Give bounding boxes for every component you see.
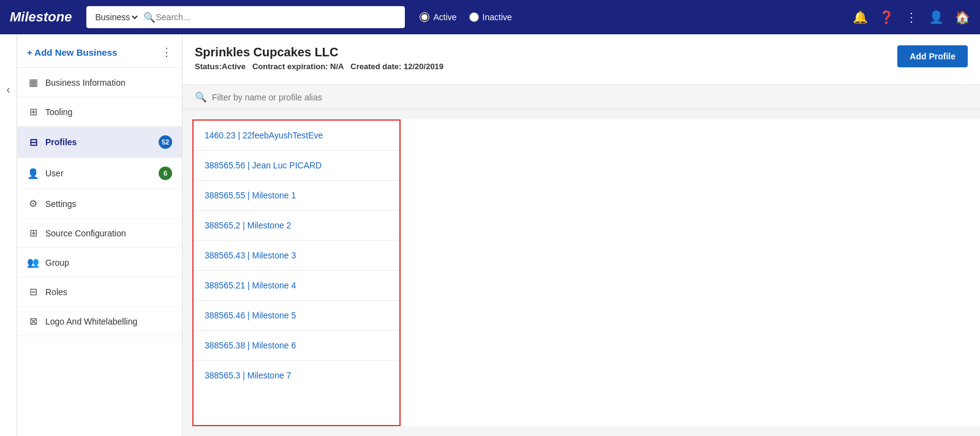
- sidebar-item-business-info[interactable]: ▦ Business Information: [17, 68, 182, 97]
- content-header-top: Sprinkles Cupcakes LLC Status:Active Con…: [195, 45, 968, 78]
- sidebar-item-label: Roles: [45, 287, 67, 297]
- settings-icon: ⚙: [27, 198, 39, 209]
- sidebar-item-source-config[interactable]: ⊞ Source Configuration: [17, 219, 182, 248]
- filter-search-icon: 🔍: [195, 91, 207, 103]
- inactive-radio-label[interactable]: Inactive: [469, 12, 512, 22]
- sidebar-badge-user: 6: [159, 167, 172, 180]
- search-type-select[interactable]: Business: [92, 12, 140, 23]
- active-radio[interactable]: [420, 12, 429, 22]
- nav-icons: 🔔 ❓ ⋮ 👤 🏠: [853, 10, 970, 24]
- sidebar-badge-profiles: 52: [159, 135, 172, 149]
- profile-item-p8[interactable]: 388565.38 | Milestone 6: [194, 331, 399, 361]
- business-title: Sprinkles Cupcakes LLC: [195, 45, 443, 59]
- sidebar-item-label: Source Configuration: [45, 228, 126, 238]
- profile-link-p6[interactable]: 388565.21 | Milestone 4: [205, 280, 296, 290]
- profile-item-p9[interactable]: 388565.3 | Milestone 7: [194, 361, 399, 390]
- profile-item-p3[interactable]: 388565.55 | Milestone 1: [194, 181, 399, 211]
- active-radio-label[interactable]: Active: [420, 12, 456, 22]
- sidebar-item-logo-whitelabelling[interactable]: ⊠ Logo And Whitelabelling: [17, 307, 182, 336]
- status-label: Status:: [195, 62, 222, 71]
- profile-link-p9[interactable]: 388565.3 | Milestone 7: [205, 370, 291, 380]
- user-icon: 👤: [27, 168, 39, 179]
- filter-input[interactable]: [212, 92, 968, 102]
- inactive-radio[interactable]: [469, 12, 479, 22]
- sidebar-item-label: Profiles: [45, 137, 77, 147]
- collapse-icon: ‹: [7, 83, 10, 96]
- add-profile-button[interactable]: Add Profile: [897, 45, 968, 67]
- sidebar-item-roles[interactable]: ⊟ Roles: [17, 277, 182, 307]
- help-icon[interactable]: ❓: [879, 10, 894, 24]
- profile-link-p1[interactable]: 1460.23 | 22feebAyushTestEve: [205, 130, 323, 140]
- status-value: Active: [222, 62, 246, 71]
- tooling-icon: ⊞: [27, 106, 39, 118]
- source-config-icon: ⊞: [27, 227, 39, 239]
- contract-value: N/A: [330, 62, 344, 71]
- status-radio-group: Active Inactive: [420, 12, 511, 22]
- profile-item-p4[interactable]: 388565.2 | Milestone 2: [194, 211, 399, 241]
- filter-bar: 🔍: [183, 85, 980, 110]
- add-new-business-button[interactable]: + Add New Business: [27, 47, 117, 58]
- profile-link-p7[interactable]: 388565.46 | Milestone 5: [205, 310, 296, 320]
- created-label: Created date:: [350, 62, 401, 71]
- profile-item-p1[interactable]: 1460.23 | 22feebAyushTestEve: [194, 121, 399, 151]
- home-icon[interactable]: 🏠: [955, 10, 970, 24]
- sidebar: + Add New Business ⋮ ▦ Business Informat…: [17, 34, 183, 436]
- brand-logo: Milestone: [10, 9, 72, 25]
- sidebar-item-user[interactable]: 👤 User 6: [17, 158, 182, 189]
- group-icon: 👥: [27, 257, 39, 268]
- profile-link-p5[interactable]: 388565.43 | Milestone 3: [205, 250, 296, 260]
- profile-link-p3[interactable]: 388565.55 | Milestone 1: [205, 190, 296, 200]
- inactive-label: Inactive: [483, 12, 512, 22]
- sidebar-item-label: Business Information: [45, 78, 126, 88]
- profile-link-p4[interactable]: 388565.2 | Milestone 2: [205, 220, 291, 230]
- sidebar-item-label: Tooling: [45, 107, 72, 117]
- sidebar-item-group[interactable]: 👥 Group: [17, 248, 182, 277]
- main-content: Sprinkles Cupcakes LLC Status:Active Con…: [183, 34, 980, 436]
- profiles-right-panel: [401, 119, 980, 426]
- content-header: Sprinkles Cupcakes LLC Status:Active Con…: [183, 34, 980, 85]
- profile-item-p7[interactable]: 388565.46 | Milestone 5: [194, 301, 399, 331]
- profile-item-p6[interactable]: 388565.21 | Milestone 4: [194, 271, 399, 301]
- business-meta: Status:Active Contract expiration: N/A C…: [195, 62, 443, 71]
- search-bar[interactable]: Business 🔍: [86, 6, 405, 28]
- grid-icon[interactable]: ⋮: [905, 10, 918, 24]
- logo-whitelabelling-icon: ⊠: [27, 315, 39, 327]
- more-options-icon[interactable]: ⋮: [161, 45, 172, 59]
- business-info-icon: ▦: [27, 77, 39, 88]
- add-new-business-row: + Add New Business ⋮: [17, 34, 182, 68]
- account-icon[interactable]: 👤: [929, 10, 944, 24]
- profile-item-p2[interactable]: 388565.56 | Jean Luc PICARD: [194, 151, 399, 181]
- contract-label: Contract expiration:: [252, 62, 328, 71]
- sidebar-item-tooling[interactable]: ⊞ Tooling: [17, 97, 182, 127]
- profile-item-p5[interactable]: 388565.43 | Milestone 3: [194, 241, 399, 271]
- sidebar-item-settings[interactable]: ⚙ Settings: [17, 189, 182, 219]
- sidebar-item-label: Settings: [45, 199, 77, 209]
- sidebar-item-label: Logo And Whitelabelling: [45, 317, 137, 326]
- top-navigation: Milestone Business 🔍 Active Inactive 🔔 ❓…: [0, 0, 980, 34]
- created-value: 12/20/2019: [404, 62, 443, 71]
- roles-icon: ⊟: [27, 286, 39, 298]
- sidebar-item-profiles[interactable]: ⊟ Profiles 52: [17, 127, 182, 158]
- active-label: Active: [433, 12, 456, 22]
- business-info-block: Sprinkles Cupcakes LLC Status:Active Con…: [195, 45, 443, 78]
- sidebar-toggle[interactable]: ‹: [0, 34, 17, 436]
- notifications-icon[interactable]: 🔔: [853, 10, 868, 24]
- profiles-icon: ⊟: [27, 137, 39, 148]
- sidebar-item-label: User: [45, 168, 64, 178]
- sidebar-item-label: Group: [45, 258, 69, 268]
- search-input[interactable]: [156, 12, 399, 22]
- sidebar-items: ▦ Business Information ⊞ Tooling ⊟ Profi…: [17, 68, 182, 336]
- profile-link-p2[interactable]: 388565.56 | Jean Luc PICARD: [205, 160, 322, 170]
- profiles-area: 1460.23 | 22feebAyushTestEve388565.56 | …: [183, 110, 980, 436]
- profiles-list-panel: 1460.23 | 22feebAyushTestEve388565.56 | …: [192, 119, 401, 426]
- main-layout: ‹ + Add New Business ⋮ ▦ Business Inform…: [0, 34, 980, 436]
- search-icon: 🔍: [143, 12, 156, 23]
- profile-link-p8[interactable]: 388565.38 | Milestone 6: [205, 340, 296, 350]
